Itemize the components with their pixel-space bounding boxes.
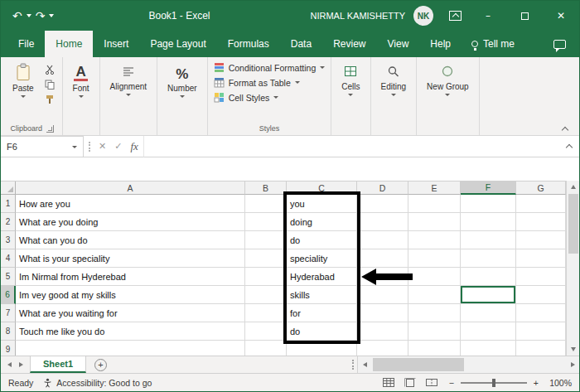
cell-A4[interactable]: What is your speciality (16, 249, 245, 268)
cell-E8[interactable] (408, 322, 461, 341)
comments-icon[interactable] (553, 40, 566, 49)
new-group-button[interactable]: New Group (421, 59, 475, 96)
tab-formulas[interactable]: Formulas (217, 31, 280, 57)
cell-E1[interactable] (408, 195, 461, 213)
next-sheet-icon[interactable] (19, 362, 23, 367)
tab-view[interactable]: View (377, 31, 420, 57)
cell-B8[interactable] (245, 322, 287, 341)
zoom-in-button[interactable]: + (534, 378, 539, 388)
tab-help[interactable]: Help (419, 31, 462, 57)
vertical-scrollbar[interactable] (566, 181, 579, 356)
minimize-button[interactable]: – (470, 1, 506, 31)
cell-F4[interactable] (461, 249, 516, 268)
tab-home[interactable]: Home (45, 31, 93, 57)
cell-G5[interactable] (516, 268, 566, 286)
column-header-A[interactable]: A (16, 181, 245, 195)
horizontal-scrollbar[interactable] (357, 356, 579, 373)
cut-button[interactable] (41, 64, 58, 75)
cell-E4[interactable] (408, 249, 461, 268)
cell-E6[interactable] (408, 286, 461, 304)
cell-F1[interactable] (461, 195, 516, 213)
close-button[interactable]: ✕ (543, 1, 579, 31)
cell-D8[interactable] (357, 322, 408, 341)
row-header-2[interactable]: 2 (1, 213, 16, 231)
clipboard-dialog-launcher-icon[interactable] (46, 125, 54, 133)
zoom-slider[interactable] (461, 382, 527, 384)
cancel-icon[interactable]: ✕ (99, 142, 106, 151)
cell-A7[interactable]: What are you waiting for (16, 304, 245, 322)
cell-A5[interactable]: Im Nirmal from Hyderebad (16, 268, 245, 286)
row-header-8[interactable]: 8 (1, 322, 16, 341)
cell-B4[interactable] (245, 249, 287, 268)
column-header-F[interactable]: F (461, 181, 516, 195)
column-header-G[interactable]: G (516, 181, 566, 195)
new-sheet-button[interactable]: + (94, 359, 107, 371)
cell-B2[interactable] (245, 213, 287, 231)
cell-F2[interactable] (461, 213, 516, 231)
editing-button[interactable]: Editing (375, 59, 413, 96)
tell-me-box[interactable]: Tell me (462, 31, 524, 57)
redo-icon[interactable]: ↷ (34, 10, 47, 22)
sheet-tab-sheet1[interactable]: Sheet1 (30, 356, 86, 373)
scroll-right-icon[interactable] (566, 356, 579, 373)
avatar[interactable]: NK (413, 6, 433, 26)
page-layout-view-button[interactable] (403, 376, 418, 390)
cell-C3[interactable]: do (287, 231, 357, 249)
tab-insert[interactable]: Insert (93, 31, 139, 57)
column-header-E[interactable]: E (408, 181, 461, 195)
cell-C2[interactable]: doing (287, 213, 357, 231)
cell-E2[interactable] (408, 213, 461, 231)
row-header-6[interactable]: 6 (1, 286, 16, 304)
horizontal-scrollbar-thumb[interactable] (373, 358, 464, 371)
cell-E7[interactable] (408, 304, 461, 322)
cell-C8[interactable]: do (287, 322, 357, 341)
conditional-formatting-button[interactable]: Conditional Formatting (214, 62, 326, 73)
row-header-1[interactable]: 1 (1, 195, 16, 213)
tab-page-layout[interactable]: Page Layout (139, 31, 216, 57)
cells-button[interactable]: Cells (336, 59, 365, 96)
zoom-out-button[interactable]: − (449, 378, 454, 388)
cell-B5[interactable] (245, 268, 287, 286)
cell-A1[interactable]: How are you (16, 195, 245, 213)
tab-review[interactable]: Review (322, 31, 376, 57)
cell-B3[interactable] (245, 231, 287, 249)
name-box-dropdown-icon[interactable] (72, 146, 77, 148)
cell-A6[interactable]: Im vey good at my skills (16, 286, 245, 304)
cell-F7[interactable] (461, 304, 516, 322)
cell-F6[interactable] (461, 286, 516, 304)
insert-function-icon[interactable]: fx (130, 140, 138, 153)
column-header-C[interactable]: C (287, 181, 357, 195)
cell-styles-button[interactable]: Cell Styles (214, 92, 326, 103)
vertical-scrollbar-thumb[interactable] (568, 194, 578, 254)
cell-D1[interactable] (357, 195, 408, 213)
row-header-7[interactable]: 7 (1, 304, 16, 322)
cell-A2[interactable]: What are you doing (16, 213, 245, 231)
horizontal-scrollbar-track[interactable] (371, 356, 566, 373)
cell-C7[interactable]: for (287, 304, 357, 322)
cell-E5[interactable] (408, 268, 461, 286)
row-header-4[interactable]: 4 (1, 249, 16, 268)
scroll-up-icon[interactable] (567, 181, 579, 193)
cell-D6[interactable] (357, 286, 408, 304)
account-name[interactable]: NIRMAL KAMISHETTY (311, 11, 406, 21)
number-button[interactable]: % Number (162, 59, 203, 98)
cell-B7[interactable] (245, 304, 287, 322)
cell-C9[interactable] (287, 341, 357, 356)
cell-D7[interactable] (357, 304, 408, 322)
scroll-down-icon[interactable] (567, 343, 579, 356)
cell-D5[interactable] (357, 268, 408, 286)
format-as-table-button[interactable]: Format as Table (214, 77, 326, 88)
cell-A9[interactable] (16, 341, 245, 356)
formula-input[interactable] (143, 136, 559, 157)
copy-button[interactable] (41, 79, 58, 90)
collapse-ribbon-button[interactable] (561, 124, 569, 133)
cell-G9[interactable] (516, 341, 566, 356)
enter-icon[interactable]: ✓ (114, 142, 122, 151)
row-header-9[interactable]: 9 (1, 341, 16, 356)
cell-A8[interactable]: Touch me like you do (16, 322, 245, 341)
row-header-5[interactable]: 5 (1, 268, 16, 286)
cell-G3[interactable] (516, 231, 566, 249)
cell-G7[interactable] (516, 304, 566, 322)
cell-F5[interactable] (461, 268, 516, 286)
name-box[interactable]: F6 (1, 136, 84, 157)
